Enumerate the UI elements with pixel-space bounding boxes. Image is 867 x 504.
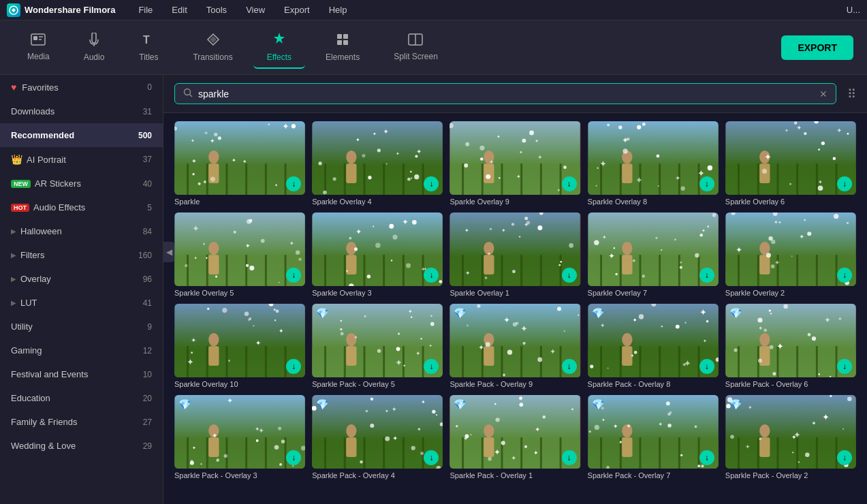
menu-export[interactable]: Export — [281, 3, 313, 16]
svg-point-171 — [249, 219, 253, 223]
svg-point-379 — [706, 320, 708, 323]
grid-item-19[interactable]: ✦✦✦✦✦ 💎 ↓ Sparkle Pack - Overlay 7 — [588, 395, 719, 479]
svg-point-412 — [758, 359, 762, 363]
sidebar-item-filters[interactable]: ▶ Filters 160 — [0, 243, 163, 267]
svg-point-219 — [490, 228, 492, 231]
sidebar-item-favorites[interactable]: ♥ Favorites 0 — [0, 75, 163, 99]
grid-item-7[interactable]: ✦✦✦✦✦ ↓ Sparkle Overlay 3 — [312, 212, 443, 297]
sidebar-item-lut[interactable]: ▶ LUT 41 — [0, 291, 163, 315]
grid-item-15[interactable]: ✦✦✦✦✦ 💎 ↓ Sparkle Pack - Overlay 6 — [725, 304, 856, 388]
thumb-image: ✦✦✦✦✦ ↓ — [174, 212, 305, 286]
svg-point-190 — [373, 226, 374, 227]
svg-text:✦: ✦ — [757, 326, 763, 332]
grid-item-18[interactable]: ✦✦✦✦✦ 💎 ↓ Sparkle Pack - Overlay 1 — [450, 395, 580, 479]
download-button[interactable]: ↓ — [562, 268, 577, 283]
menu-view[interactable]: View — [243, 3, 268, 16]
svg-point-333 — [420, 338, 422, 340]
grid-item-11[interactable]: ✦✦✦✦✦ ↓ Sparkle Overlay 10 — [174, 304, 305, 388]
svg-point-276 — [807, 232, 811, 236]
download-button[interactable]: ↓ — [562, 176, 577, 191]
grid-item-13[interactable]: ✦✦✦✦✦ 💎 ↓ Sparkle Pack - Overlay 9 — [450, 304, 580, 388]
menu-tools[interactable]: Tools — [204, 3, 230, 16]
svg-point-193 — [406, 264, 411, 268]
svg-point-117 — [618, 125, 622, 129]
thumb-image: ✦✦✦✦✦ 💎 ↓ — [312, 395, 443, 469]
sidebar-item-family-friends[interactable]: Family & Friends 27 — [0, 410, 163, 434]
download-button[interactable]: ↓ — [562, 359, 577, 374]
grid-item-6[interactable]: ✦✦✦✦✦ ↓ Sparkle Overlay 5 — [174, 212, 305, 297]
grid-item-2[interactable]: ✦✦✦✦✦ ↓ Sparkle Overlay 4 — [312, 121, 443, 206]
menu-help[interactable]: Help — [326, 3, 350, 16]
grid-item-5[interactable]: ✦✦✦✦✦ ↓ Sparkle Overlay 6 — [725, 121, 856, 206]
download-button[interactable]: ↓ — [699, 268, 714, 283]
tool-media[interactable]: Media — [14, 28, 63, 67]
sidebar-item-utility[interactable]: Utility 9 — [0, 315, 163, 338]
menu-edit[interactable]: Edit — [169, 3, 189, 16]
search-input[interactable] — [198, 89, 814, 99]
svg-point-119 — [622, 148, 627, 153]
menu-file[interactable]: File — [136, 3, 155, 16]
svg-point-305 — [245, 312, 249, 317]
svg-point-362 — [516, 322, 518, 325]
svg-point-270 — [847, 222, 849, 224]
svg-point-218 — [525, 217, 529, 220]
sidebar-item-recommended[interactable]: Recommended 500 — [0, 123, 163, 147]
grid-toggle-button[interactable]: ⠿ — [847, 86, 856, 101]
sidebar-item-overlay[interactable]: ▶ Overlay 96 — [0, 267, 163, 291]
thumb-label: Sparkle — [174, 198, 305, 206]
chevron-right-icon: ▶ — [11, 299, 16, 306]
download-button[interactable]: ↓ — [562, 450, 577, 465]
svg-point-272 — [804, 219, 805, 221]
grid-item-20[interactable]: ✦✦✦✦✦ 💎 ↓ Sparkle Pack - Overlay 2 — [725, 395, 856, 479]
sidebar-item-halloween[interactable]: ▶ Halloween 84 — [0, 219, 163, 243]
svg-point-108 — [595, 185, 597, 187]
sidebar-item-downloads[interactable]: Downloads 31 — [0, 99, 163, 123]
media-icon — [31, 33, 46, 49]
svg-point-541 — [798, 461, 800, 463]
tool-splitscreen[interactable]: Split Screen — [380, 28, 452, 67]
sidebar-item-wedding-love[interactable]: Wedding & Love 29 — [0, 434, 163, 458]
export-button[interactable]: EXPORT — [781, 35, 853, 60]
svg-rect-80 — [484, 163, 494, 183]
sidebar-item-gaming[interactable]: Gaming 12 — [0, 338, 163, 362]
sidebar-item-ai-portrait[interactable]: 👑 AI Portrait 37 — [0, 147, 163, 172]
grid-item-9[interactable]: ✦✦✦✦✦ ↓ Sparkle Overlay 7 — [588, 212, 719, 297]
sidebar-collapse-button[interactable]: ◀ — [163, 242, 174, 262]
svg-point-330 — [396, 347, 400, 351]
svg-text:✦: ✦ — [192, 445, 196, 451]
grid-item-16[interactable]: ✦✦✦✦✦ 💎 ↓ Sparkle Pack - Overlay 3 — [174, 395, 305, 479]
grid-item-8[interactable]: ✦✦✦✦✦ ↓ Sparkle Overlay 1 — [450, 212, 580, 297]
tool-transitions[interactable]: Transitions — [179, 27, 246, 67]
search-clear-button[interactable]: ✕ — [819, 89, 827, 99]
tool-audio[interactable]: Audio — [70, 27, 119, 67]
sidebar-item-education[interactable]: Education 20 — [0, 386, 163, 410]
sidebar-item-label: Downloads — [11, 106, 143, 116]
download-button[interactable]: ↓ — [699, 359, 714, 374]
svg-point-465 — [366, 410, 368, 413]
svg-point-376 — [622, 333, 632, 346]
grid-item-12[interactable]: ✦✦✦✦✦ 💎 ↓ Sparkle Pack - Overlay 5 — [312, 304, 443, 388]
sidebar-item-festival-events[interactable]: Festival and Events 10 — [0, 362, 163, 386]
grid-item-14[interactable]: ✦✦✦✦✦ 💎 ↓ Sparkle Pack - Overlay 8 — [588, 304, 719, 388]
tool-elements[interactable]: Elements — [312, 27, 373, 67]
sidebar-item-label: Festival and Events — [11, 369, 143, 379]
download-button[interactable]: ↓ — [699, 176, 714, 191]
svg-text:✦: ✦ — [791, 433, 797, 441]
download-button[interactable]: ↓ — [837, 176, 852, 191]
svg-point-244 — [615, 273, 618, 276]
grid-item-4[interactable]: ✦✦✦✦✦ ↓ Sparkle Overlay 8 — [588, 121, 719, 206]
tool-effects[interactable]: Effects — [253, 26, 305, 69]
audio-icon — [88, 33, 100, 50]
svg-point-279 — [834, 214, 838, 219]
sidebar-item-ar-stickers[interactable]: NEW AR Stickers 40 — [0, 172, 163, 195]
svg-point-356 — [503, 374, 505, 377]
sidebar-item-audio-effects[interactable]: HOT Audio Effects 5 — [0, 195, 163, 219]
svg-text:✦: ✦ — [824, 315, 831, 324]
sidebar-item-label: Gaming — [11, 345, 143, 356]
grid-item-17[interactable]: ✦✦✦✦✦ 💎 ↓ Sparkle Pack - Overlay 4 — [312, 395, 443, 479]
grid-item-3[interactable]: ✦✦✦✦✦ ↓ Sparkle Overlay 9 — [450, 121, 580, 206]
tool-titles[interactable]: T Titles — [125, 27, 172, 67]
grid-item-1[interactable]: ✦✦✦✦✦ ↓ Sparkle — [174, 121, 305, 206]
grid-item-10[interactable]: ✦✦✦✦✦ ↓ Sparkle Overlay 2 — [725, 212, 856, 297]
svg-point-494 — [471, 435, 472, 436]
